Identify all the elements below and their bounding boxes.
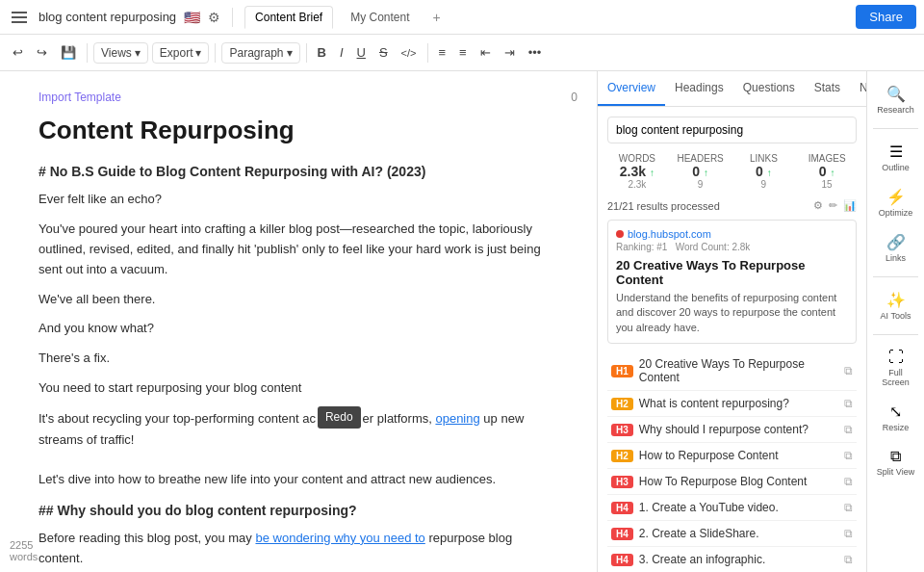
sidebar-divider <box>873 276 918 277</box>
tab-news[interactable]: News <box>850 71 866 106</box>
far-right-label: Links <box>886 253 906 263</box>
heading-badge: H2 <box>611 398 633 410</box>
paragraph-3: We've all been there. <box>38 290 558 310</box>
heading-list-item: H1 20 Creative Ways To Repurpose Content… <box>607 351 857 391</box>
share-button[interactable]: Share <box>856 5 916 29</box>
far-right-icon: ⛶ <box>888 349 904 366</box>
more-options-button[interactable]: ••• <box>524 42 547 63</box>
far-right-item-resize[interactable]: ⤡ Resize <box>871 397 921 438</box>
competitor-description: Understand the benefits of repurposing c… <box>616 291 848 335</box>
far-right-label: Optimize <box>879 208 913 218</box>
editor-content[interactable]: # No B.S Guide to Blog Content Repurposi… <box>38 161 558 572</box>
tab-add-button[interactable]: + <box>427 6 447 29</box>
heading-list-item: H3 How To Repurpose Blog Content ⧉ <box>607 469 857 495</box>
heading-list-item: H4 1. Create a YouTube video. ⧉ <box>607 495 857 521</box>
wondering-link[interactable]: be wondering why you need to <box>255 531 424 545</box>
settings-icon[interactable]: ⚙ <box>208 10 220 25</box>
code-button[interactable]: </> <box>397 44 422 62</box>
far-right-label: Research <box>877 105 914 115</box>
document-title[interactable]: Content Repurposing <box>38 116 558 145</box>
far-right-label: AI Tools <box>881 311 911 321</box>
indent-decrease-button[interactable]: ⇤ <box>475 42 496 63</box>
paragraph-9: Before reading this blog post, you may b… <box>38 529 558 569</box>
redo-tooltip: Redo <box>318 406 361 429</box>
heading-badge: H4 <box>611 502 633 514</box>
competitor-url: blog.hubspot.com <box>616 228 848 240</box>
competitor-item: blog.hubspot.com Ranking: #1 Word Count:… <box>607 220 857 344</box>
far-right-item-optimize[interactable]: ⚡ Optimize <box>871 182 921 223</box>
links-value: 0 ↑ <box>734 164 794 179</box>
far-right-icon: ⚡ <box>886 188 906 206</box>
heading-item-text: 2. Create a SlideShare. <box>639 527 838 540</box>
copy-heading-icon[interactable]: ⧉ <box>844 527 853 540</box>
stat-links: LINKS 0 ↑ 9 <box>734 153 794 190</box>
toolbar: ↩ ↪ 💾 Views ▾ Export ▾ Paragraph ▾ B I U… <box>0 35 924 71</box>
far-right-label: Resize <box>883 423 910 432</box>
indent-increase-button[interactable]: ⇥ <box>500 42 520 63</box>
far-right-item-full-screen[interactable]: ⛶ Full Screen <box>871 343 921 393</box>
heading-badge: H4 <box>611 528 633 540</box>
heading-item-text: 1. Create a YouTube video. <box>639 501 838 514</box>
tab-questions[interactable]: Questions <box>733 71 805 106</box>
far-right-item-ai-tools[interactable]: ✨ AI Tools <box>871 285 921 326</box>
doc-title: blog content repurposing <box>38 10 176 24</box>
bold-button[interactable]: B <box>313 42 331 63</box>
import-template-link[interactable]: Import Template <box>38 91 558 104</box>
far-right-icon: 🔍 <box>886 85 906 103</box>
editor-area[interactable]: Import Template 0 Content Repurposing # … <box>0 71 597 572</box>
search-input[interactable] <box>607 117 857 143</box>
words-value: 2.3k ↑ <box>607 164 667 179</box>
opening-link[interactable]: opening <box>435 411 479 426</box>
redo-button[interactable]: ↪ <box>32 42 52 63</box>
paragraph-dropdown[interactable]: Paragraph ▾ <box>221 42 299 64</box>
far-right-icon: ✨ <box>886 291 906 309</box>
far-right-item-split-view[interactable]: ⧉ Split View <box>871 442 921 482</box>
far-right-item-research[interactable]: 🔍 Research <box>871 79 921 120</box>
italic-button[interactable]: I <box>335 42 348 63</box>
headings-list: H1 20 Creative Ways To Repurpose Content… <box>607 351 857 572</box>
tab-headings[interactable]: Headings <box>665 71 733 106</box>
chart-results-icon[interactable]: 📊 <box>843 199 857 212</box>
tab-overview[interactable]: Overview <box>598 71 665 106</box>
undo-button[interactable]: ↩ <box>8 42 28 63</box>
views-dropdown[interactable]: Views ▾ <box>93 42 148 64</box>
heading-item-text: 20 Creative Ways To Repurpose Content <box>639 357 838 384</box>
competitor-link[interactable]: blog.hubspot.com <box>628 228 711 240</box>
copy-heading-icon[interactable]: ⧉ <box>844 449 853 462</box>
underline-button[interactable]: U <box>352 42 371 63</box>
sidebar-divider <box>873 334 918 335</box>
far-right-item-outline[interactable]: ☰ Outline <box>871 137 921 178</box>
copy-heading-icon[interactable]: ⧉ <box>844 475 853 488</box>
settings-results-icon[interactable]: ⚙ <box>813 199 823 212</box>
heading-badge: H3 <box>611 424 633 436</box>
export-dropdown[interactable]: Export ▾ <box>152 42 210 64</box>
tab-my-content[interactable]: My Content <box>341 7 419 28</box>
copy-heading-icon[interactable]: ⧉ <box>844 397 853 410</box>
align-left-button[interactable]: ≡ <box>434 42 451 63</box>
copy-heading-icon[interactable]: ⧉ <box>844 364 853 377</box>
paragraph-7: It's about recycling your top-performing… <box>38 408 558 451</box>
heading-item-text: How To Repurpose Blog Content <box>639 475 838 488</box>
heading-2: ## Why should you do blog content repurp… <box>38 500 558 521</box>
tab-content-brief[interactable]: Content Brief <box>244 6 333 29</box>
hamburger-menu[interactable] <box>8 8 31 27</box>
strikethrough-button[interactable]: S <box>374 42 393 63</box>
tab-stats[interactable]: Stats <box>805 71 850 106</box>
far-right-item-links[interactable]: 🔗 Links <box>871 227 921 269</box>
copy-heading-icon[interactable]: ⧉ <box>844 553 853 566</box>
far-right-sidebar: 🔍 Research ☰ Outline ⚡ Optimize 🔗 Links … <box>866 71 924 572</box>
paragraph-5: There's a fix. <box>38 349 558 369</box>
edit-results-icon[interactable]: ✏ <box>829 199 837 212</box>
save-button[interactable]: 💾 <box>56 42 81 63</box>
align-center-button[interactable]: ≡ <box>454 42 472 63</box>
copy-heading-icon[interactable]: ⧉ <box>844 501 853 514</box>
images-value: 0 ↑ <box>797 164 857 179</box>
paragraph-4: And you know what? <box>38 319 558 339</box>
copy-heading-icon[interactable]: ⧉ <box>844 423 853 436</box>
far-right-icon: ☰ <box>889 143 903 161</box>
heading-list-item: H4 2. Create a SlideShare. ⧉ <box>607 521 857 547</box>
heading-1: # No B.S Guide to Blog Content Repurposi… <box>38 161 558 182</box>
paragraph-6: You need to start repurposing your blog … <box>38 378 558 399</box>
competitor-meta: Ranking: #1 Word Count: 2.8k <box>616 242 848 252</box>
heading-badge: H4 <box>611 554 633 566</box>
